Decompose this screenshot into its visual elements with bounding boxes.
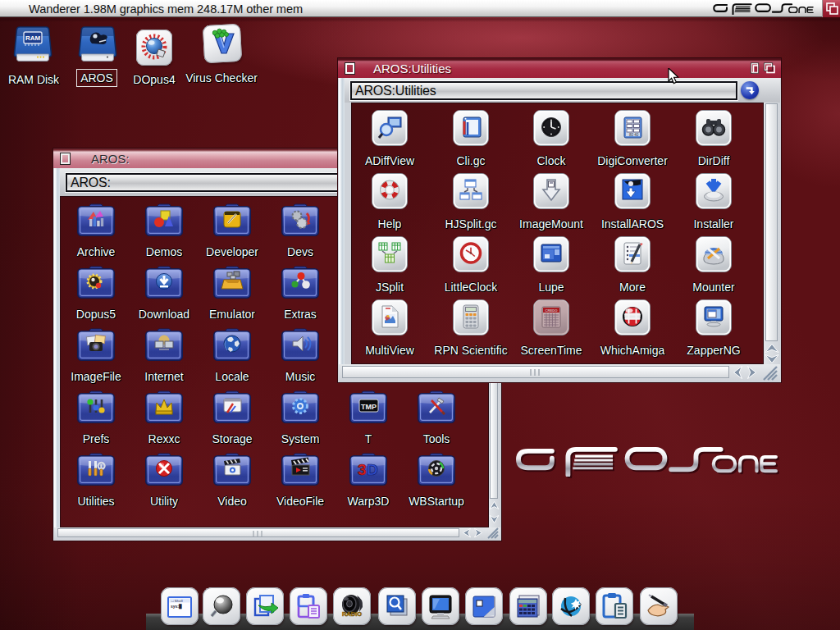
svg-text:D: D [367, 461, 378, 478]
svg-text:sys:█: sys:█ [171, 604, 182, 609]
svg-text:3: 3 [358, 461, 367, 478]
svg-text:RADIO: RADIO [342, 610, 362, 618]
svg-text:TMP: TMP [361, 403, 377, 411]
svg-text:80 40: 80 40 [629, 133, 639, 137]
svg-text:□ Shell: □ Shell [171, 599, 183, 603]
svg-text:RAM: RAM [25, 34, 41, 42]
